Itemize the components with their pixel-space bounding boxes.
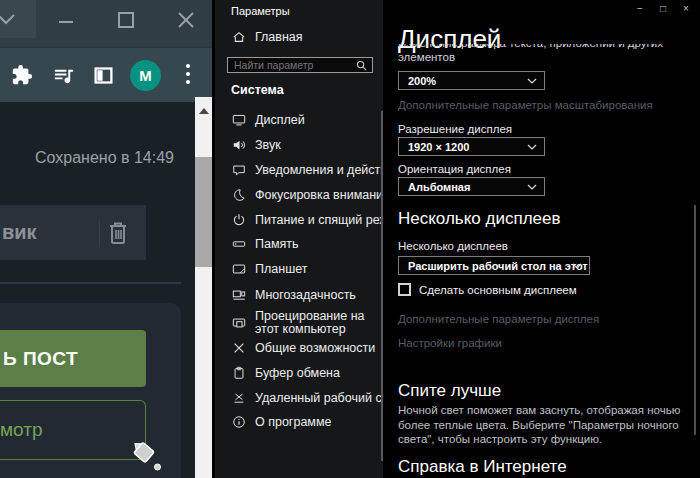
close-icon[interactable]	[177, 11, 195, 29]
clipboard-icon	[232, 366, 246, 380]
orientation-value: Альбомная	[408, 181, 470, 193]
left-app-window: M Сохранено в 14:49 вик	[0, 0, 215, 478]
scale-description-line2: элементов	[398, 50, 680, 64]
settings-close-icon[interactable]: ×	[680, 3, 692, 14]
make-primary-row: Сделать основным дисплеем	[398, 283, 577, 296]
sidebar-item-focus-assist[interactable]: Фокусировка внимания	[215, 187, 383, 203]
notifications-icon	[232, 163, 246, 177]
preview-label: мотр	[0, 419, 42, 441]
make-primary-label: Сделать основным дисплеем	[419, 284, 577, 296]
sidebar-item-home[interactable]: Главная	[215, 28, 383, 45]
delete-draft-button[interactable]	[99, 219, 136, 247]
avatar-letter: M	[139, 67, 152, 84]
scale-dropdown[interactable]: 200%	[398, 71, 545, 90]
sidebar-item-power-sleep[interactable]: Питание и спящий режим	[215, 212, 383, 228]
left-app-toolbar: M	[0, 47, 212, 102]
multiple-displays-label: Несколько дисплеев	[398, 240, 508, 252]
paint-bucket-cursor-icon	[131, 438, 163, 474]
web-help-header: Справка в Интернете	[398, 457, 567, 477]
remote-desktop-icon	[232, 391, 246, 405]
sidebar-item-about[interactable]: О программе	[215, 414, 383, 430]
draft-title-fragment: вик	[2, 205, 37, 260]
sound-icon	[232, 138, 246, 152]
left-app-titlebar	[0, 0, 212, 47]
scale-value: 200%	[408, 75, 436, 87]
left-app-page: Сохранено в 14:49 вик Ь	[0, 102, 195, 478]
sidebar-item-projecting[interactable]: Проецирование на этот компьютер	[215, 309, 383, 337]
resolution-label: Разрешение дисплея	[398, 123, 512, 135]
night-light-header: Спите лучше	[398, 381, 501, 401]
search-input[interactable]	[228, 58, 358, 72]
resolution-dropdown[interactable]: 1920 × 1200	[398, 137, 545, 156]
orientation-label: Ориентация дисплея	[398, 163, 511, 175]
home-label: Главная	[255, 30, 303, 44]
side-panel-icon[interactable]	[93, 65, 114, 86]
multiple-displays-header: Несколько дисплеев	[398, 209, 561, 229]
divider	[0, 282, 181, 284]
multiple-displays-value: Расширить рабочий стол на этот экран	[408, 260, 590, 272]
display-icon	[232, 113, 246, 127]
chevron-down-icon	[527, 78, 537, 84]
chevron-down-icon	[0, 12, 18, 26]
multiple-displays-dropdown[interactable]: Расширить рабочий стол на этот экран	[398, 256, 590, 275]
settings-main: − □ × Дисплей Изменение размера текста, …	[383, 0, 700, 478]
tablet-icon	[232, 262, 246, 276]
avatar[interactable]: M	[130, 60, 161, 91]
focus-assist-icon	[232, 188, 246, 202]
publish-post-button[interactable]: Ь ПОСТ	[0, 330, 146, 387]
chevron-down-button[interactable]	[0, 0, 36, 38]
make-primary-checkbox[interactable]	[398, 283, 411, 296]
night-light-body: Ночной свет поможет вам заснуть, отображ…	[398, 403, 690, 447]
chevron-down-icon	[527, 144, 537, 150]
advanced-display-link[interactable]: Дополнительные параметры дисплея	[398, 313, 599, 325]
sidebar-item-multitasking[interactable]: Многозадачность	[215, 287, 383, 303]
settings-search-box[interactable]	[227, 57, 373, 73]
extension-puzzle-icon[interactable]	[11, 64, 33, 86]
trash-icon	[106, 220, 130, 246]
scale-description: Изменение размера текста, приложений и д…	[398, 44, 680, 65]
maximize-icon[interactable]	[117, 11, 135, 29]
sidebar-item-sound[interactable]: Звук	[215, 137, 383, 153]
settings-sidebar: Параметры Главная Система	[215, 0, 383, 478]
sidebar-item-tablet[interactable]: Планшет	[215, 261, 383, 277]
draft-row: вик	[0, 205, 146, 260]
resolution-value: 1920 × 1200	[408, 141, 469, 153]
chevron-down-icon	[527, 184, 537, 190]
settings-minimize-icon[interactable]: −	[634, 3, 646, 14]
graphics-settings-link[interactable]: Настройки графики	[398, 337, 502, 349]
sidebar-item-display[interactable]: Дисплей	[215, 112, 383, 128]
settings-app-title: Параметры	[231, 5, 290, 17]
projecting-icon	[232, 316, 246, 330]
shared-experiences-icon	[232, 341, 246, 355]
minimize-icon[interactable]	[58, 14, 74, 30]
sidebar-item-remote-desktop[interactable]: Удаленный рабочий стол	[215, 390, 383, 406]
scroll-up-arrow-icon[interactable]	[195, 97, 212, 124]
sidebar-item-clipboard[interactable]: Буфер обмена	[215, 365, 383, 381]
browser-scrollbar[interactable]	[195, 97, 212, 478]
sidebar-item-notifications[interactable]: Уведомления и действия	[215, 162, 383, 178]
storage-icon	[232, 237, 246, 251]
orientation-dropdown[interactable]: Альбомная	[398, 177, 545, 196]
chevron-down-icon	[572, 263, 582, 269]
advanced-scaling-link[interactable]: Дополнительные параметры масштабирования	[398, 99, 653, 111]
search-icon	[356, 60, 367, 71]
sidebar-item-shared-experiences[interactable]: Общие возможности	[215, 340, 383, 356]
kebab-menu-icon[interactable]	[184, 64, 192, 88]
about-icon	[232, 415, 246, 429]
sidebar-section-system: Система	[231, 83, 284, 97]
settings-scrollbar[interactable]	[694, 205, 696, 435]
screen: M Сохранено в 14:49 вик	[0, 0, 700, 478]
power-icon	[232, 213, 246, 227]
settings-maximize-icon[interactable]: □	[657, 3, 669, 14]
playlist-music-icon[interactable]	[52, 64, 75, 87]
multitasking-icon	[232, 288, 246, 302]
saved-status: Сохранено в 14:49	[0, 149, 195, 167]
scrollbar-thumb[interactable]	[195, 157, 212, 267]
publish-post-label: Ь ПОСТ	[3, 348, 78, 370]
preview-button[interactable]: мотр	[0, 400, 146, 460]
sidebar-item-storage[interactable]: Память	[215, 236, 383, 252]
home-icon	[232, 30, 246, 44]
settings-window: Параметры Главная Система	[215, 0, 700, 478]
